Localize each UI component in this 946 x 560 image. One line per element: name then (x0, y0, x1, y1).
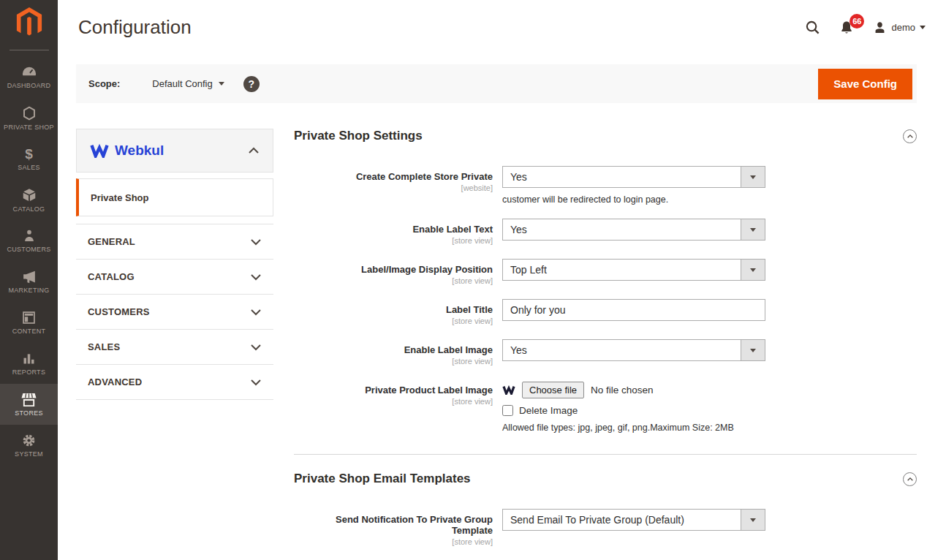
accordion-label: CUSTOMERS (88, 306, 150, 317)
accordion-section-general[interactable]: GENERAL (76, 224, 273, 260)
accordion-label: SALES (88, 341, 120, 352)
choose-file-button[interactable]: Choose file (522, 382, 584, 398)
header-actions: 66 demo (805, 20, 926, 35)
field-scope: [store view] (294, 357, 493, 366)
label-image-display-position-select[interactable]: Top Left (502, 259, 765, 281)
field-label-col: Enable Label Image [store view] (294, 339, 493, 366)
label-title-input[interactable] (502, 299, 765, 321)
field-scope: [store view] (294, 276, 493, 285)
field-control-col (502, 299, 765, 325)
select-value: Yes (503, 224, 527, 235)
select-arrow-icon (741, 340, 765, 360)
webkul-name: Webkul (115, 143, 164, 159)
section-divider (294, 454, 917, 455)
collapse-section-button[interactable] (903, 129, 917, 143)
field-label-col: Create Complete Store Private [website] (294, 166, 493, 205)
field-label: Send Notification To Private Group Templ… (294, 514, 493, 536)
field-scope: [website] (294, 183, 493, 192)
notification-count-badge: 66 (849, 14, 864, 29)
accordion-label: CATALOG (88, 271, 135, 282)
search-icon[interactable] (805, 20, 820, 35)
sidebar-item-reports[interactable]: REPORTS (0, 343, 58, 384)
form-row-label-image-display-position: Label/Image Display Position [store view… (294, 259, 917, 285)
sidebar-item-label: SALES (18, 164, 40, 171)
magento-logo[interactable] (0, 0, 58, 45)
delete-image-checkbox[interactable] (502, 405, 513, 416)
sidebar-item-system[interactable]: SYSTEM (0, 425, 58, 466)
accordion-section-catalog[interactable]: CATALOG (76, 260, 273, 295)
accordion-section-advanced[interactable]: ADVANCED (76, 365, 273, 400)
storefront-icon (20, 392, 37, 407)
layout-icon (21, 310, 37, 325)
sidebar-item-label: CUSTOMERS (7, 246, 50, 253)
chevron-down-icon (219, 82, 224, 86)
select-value: Send Email To Private Group (Default) (503, 514, 684, 526)
webkul-accordion-header[interactable]: Webkul (76, 129, 273, 173)
sidebar-item-marketing[interactable]: MARKETING (0, 261, 58, 302)
field-label: Label Title (294, 304, 493, 315)
create-complete-store-private-select[interactable]: Yes (502, 166, 765, 188)
config-accordion-list: GENERAL CATALOG CUSTOMERS SALES (76, 224, 273, 400)
sidebar-item-stores[interactable]: STORES (0, 384, 58, 425)
send-notification-template-select[interactable]: Send Email To Private Group (Default) (502, 509, 765, 531)
scope-switcher[interactable]: Default Config (152, 78, 224, 89)
field-note: customer will be redirected to login pag… (502, 194, 765, 205)
user-menu[interactable]: demo (873, 20, 926, 34)
sidebar-item-catalog[interactable]: CATALOG (0, 179, 58, 220)
image-thumbnail-webkul-icon (502, 385, 515, 395)
field-label-col: Label/Image Display Position [store view… (294, 259, 493, 285)
delete-image-row: Delete Image (502, 405, 734, 416)
page-content: Scope: Default Config ? Save Config (58, 54, 946, 560)
field-control-col: Yes (502, 219, 765, 245)
chevron-down-icon (250, 344, 262, 351)
form-row-enable-label-image: Enable Label Image [store view] Yes (294, 339, 917, 366)
select-arrow-icon (741, 167, 765, 187)
accordion-label: GENERAL (88, 236, 135, 247)
field-control-col: Send Email To Private Group (Default) (502, 509, 765, 546)
sidebar-item-content[interactable]: CONTENT (0, 302, 58, 343)
field-label: Label/Image Display Position (294, 264, 493, 275)
sidebar-item-label: MARKETING (8, 287, 49, 294)
form-row-send-notification-template: Send Notification To Private Group Templ… (294, 509, 917, 546)
user-icon (873, 20, 887, 34)
hexagon-icon (21, 105, 37, 121)
help-icon[interactable]: ? (243, 76, 260, 92)
collapse-section-button[interactable] (903, 472, 917, 486)
field-control-col: Top Left (502, 259, 765, 285)
main-area: Configuration 66 (58, 0, 946, 560)
sidebar-item-sales[interactable]: $ SALES (0, 138, 58, 179)
field-label: Private Product Label Image (294, 385, 493, 396)
dollar-icon: $ (25, 147, 33, 162)
notifications-bell-icon[interactable]: 66 (839, 20, 854, 35)
select-value: Yes (503, 171, 527, 183)
section-header-private-shop-settings: Private Shop Settings (294, 129, 917, 143)
sidebar-item-customers[interactable]: CUSTOMERS (0, 220, 58, 261)
chevron-down-icon (920, 26, 926, 29)
sidebar-item-private-shop[interactable]: PRIVATE SHOP (0, 97, 58, 138)
sidebar-divider (10, 50, 49, 50)
scope-label: Scope: (88, 78, 120, 89)
sidebar-item-label: PRIVATE SHOP (4, 124, 54, 131)
select-arrow-icon (741, 510, 765, 530)
select-value: Top Left (503, 264, 547, 276)
accordion-section-sales[interactable]: SALES (76, 330, 273, 365)
select-value: Yes (503, 344, 527, 356)
form-row-label-title: Label Title [store view] (294, 299, 917, 325)
section-header-email-templates: Private Shop Email Templates (294, 472, 917, 486)
sidebar-item-dashboard[interactable]: DASHBOARD (0, 56, 58, 97)
enable-label-image-select[interactable]: Yes (502, 339, 765, 361)
settings-panel: Private Shop Settings Create Complete St… (294, 129, 917, 560)
form-row-private-product-label-image: Private Product Label Image [store view]… (294, 379, 917, 433)
save-config-button[interactable]: Save Config (818, 69, 912, 99)
field-control-col: Choose file No file chosen Delete Image … (502, 379, 734, 433)
sidebar-item-label: SYSTEM (15, 450, 43, 458)
page-title: Configuration (78, 16, 192, 39)
sidebar-item-label: CATALOG (13, 205, 45, 213)
enable-label-text-select[interactable]: Yes (502, 219, 765, 241)
field-control-col: Yes customer will be redirected to login… (502, 166, 765, 205)
admin-sidebar: DASHBOARD PRIVATE SHOP $ SALES CATALOG (0, 0, 58, 560)
config-nav-item-private-shop[interactable]: Private Shop (76, 178, 273, 216)
accordion-section-customers[interactable]: CUSTOMERS (76, 295, 273, 330)
field-label-col: Private Product Label Image [store view] (294, 379, 493, 433)
field-scope: [store view] (294, 236, 493, 245)
